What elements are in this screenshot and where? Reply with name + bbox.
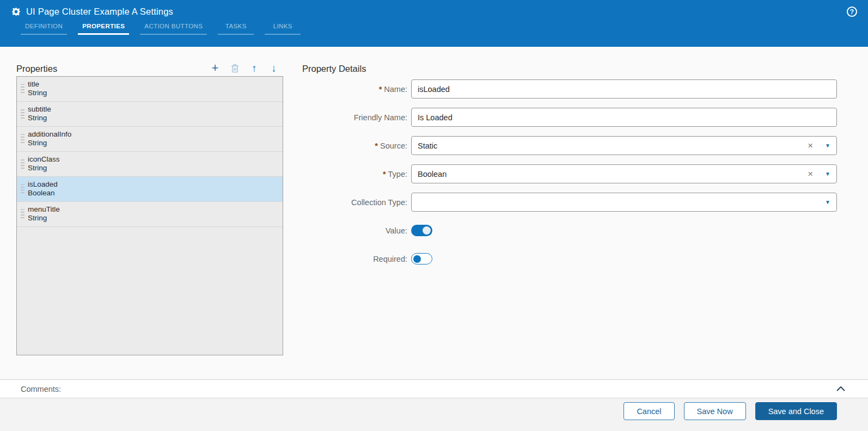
required-toggle[interactable] xyxy=(411,253,432,264)
type-label: *Type: xyxy=(302,170,411,178)
cancel-button[interactable]: Cancel xyxy=(624,402,674,420)
row-value: Value: xyxy=(302,221,837,240)
property-type: String xyxy=(28,164,277,173)
value-label: Value: xyxy=(302,226,411,235)
row-type: *Type: Boolean × ▼ xyxy=(302,164,837,183)
page-title: UI Page Cluster Example A Settings xyxy=(26,7,173,17)
required-asterisk: * xyxy=(375,141,378,150)
drag-handle-icon[interactable] xyxy=(21,184,25,194)
list-item-subtitle[interactable]: subtitle String xyxy=(17,102,283,127)
tab-action-buttons[interactable]: ACTION BUTTONS xyxy=(140,22,207,35)
toggle-knob xyxy=(423,226,431,235)
app-header: UI Page Cluster Example A Settings ? DEF… xyxy=(0,0,868,47)
save-and-close-button[interactable]: Save and Close xyxy=(755,402,837,420)
comments-bar: Comments: xyxy=(0,379,868,398)
drag-handle-icon[interactable] xyxy=(21,209,25,219)
property-name: menuTitle xyxy=(28,205,277,214)
property-type: String xyxy=(28,214,277,223)
chevron-down-icon[interactable]: ▼ xyxy=(825,143,830,149)
tab-definition[interactable]: DEFINITION xyxy=(21,22,67,35)
drag-handle-icon[interactable] xyxy=(21,84,25,94)
property-name: additionalInfo xyxy=(28,130,277,139)
property-name: iconClass xyxy=(28,155,277,164)
property-type: Boolean xyxy=(28,189,277,198)
drag-handle-icon[interactable] xyxy=(21,134,25,144)
property-type: String xyxy=(28,89,277,97)
list-item-menutitle[interactable]: menuTitle String xyxy=(17,202,283,227)
property-type: String xyxy=(28,114,277,122)
collection-type-label: Collection Type: xyxy=(302,198,411,207)
property-type: String xyxy=(28,139,277,147)
trash-icon xyxy=(231,64,239,73)
row-name: *Name: xyxy=(302,79,837,98)
properties-panel-title: Properties xyxy=(16,64,57,74)
value-toggle[interactable] xyxy=(411,225,432,236)
tab-tasks[interactable]: TASKS xyxy=(218,22,254,35)
properties-toolbar: + ↑ ↓ xyxy=(209,62,283,74)
list-item-additionalinfo[interactable]: additionalInfo String xyxy=(17,127,283,152)
chevron-down-icon[interactable]: ▼ xyxy=(825,200,830,205)
add-property-button[interactable]: + xyxy=(209,62,221,74)
gear-icon xyxy=(11,7,21,17)
list-item-title[interactable]: title String xyxy=(17,77,283,102)
collection-type-select[interactable]: ▼ xyxy=(411,193,837,212)
row-collection-type: Collection Type: ▼ xyxy=(302,193,837,212)
comments-label: Comments: xyxy=(21,385,61,393)
toggle-knob xyxy=(413,255,421,263)
list-item-iconclass[interactable]: iconClass String xyxy=(17,152,283,177)
move-up-button[interactable]: ↑ xyxy=(248,62,260,74)
collapse-comments-button[interactable] xyxy=(836,386,845,391)
chevron-up-icon xyxy=(836,386,845,391)
property-details-panel: Property Details *Name: Friendly Name: *… xyxy=(302,58,837,278)
drag-handle-icon[interactable] xyxy=(21,109,25,119)
friendly-name-field[interactable] xyxy=(411,108,837,127)
row-source: *Source: Static × ▼ xyxy=(302,136,837,155)
property-name: subtitle xyxy=(28,105,277,114)
tab-links[interactable]: LINKS xyxy=(265,22,301,35)
type-select[interactable]: Boolean × ▼ xyxy=(411,164,837,183)
tab-strip: DEFINITION PROPERTIES ACTION BUTTONS TAS… xyxy=(21,22,868,35)
save-now-button[interactable]: Save Now xyxy=(684,402,746,420)
chevron-down-icon[interactable]: ▼ xyxy=(825,171,830,177)
required-label: Required: xyxy=(302,255,411,263)
property-name: isLoaded xyxy=(28,180,277,189)
name-label: *Name: xyxy=(302,85,411,94)
name-field[interactable] xyxy=(411,79,837,98)
required-asterisk: * xyxy=(379,85,382,94)
drag-handle-icon[interactable] xyxy=(21,159,25,169)
property-details-title: Property Details xyxy=(302,58,837,74)
row-friendly-name: Friendly Name: xyxy=(302,108,837,127)
properties-panel: Properties + ↑ ↓ title String subtitle S… xyxy=(16,58,283,355)
tab-properties[interactable]: PROPERTIES xyxy=(78,22,129,35)
source-value: Static xyxy=(418,141,808,150)
property-list: title String subtitle String additionalI… xyxy=(16,76,283,355)
move-down-button[interactable]: ↓ xyxy=(268,62,280,74)
property-name: title xyxy=(28,80,277,89)
row-required: Required: xyxy=(302,249,837,268)
source-label: *Source: xyxy=(302,141,411,150)
clear-icon[interactable]: × xyxy=(808,169,813,178)
friendly-name-label: Friendly Name: xyxy=(302,113,411,122)
delete-property-button[interactable] xyxy=(229,62,241,74)
footer-bar: Cancel Save Now Save and Close xyxy=(0,399,868,431)
clear-icon[interactable]: × xyxy=(808,141,813,150)
required-asterisk: * xyxy=(383,170,386,178)
help-icon[interactable]: ? xyxy=(847,7,857,17)
source-select[interactable]: Static × ▼ xyxy=(411,136,837,155)
list-item-isloaded[interactable]: isLoaded Boolean xyxy=(17,177,283,202)
type-value: Boolean xyxy=(418,170,808,178)
